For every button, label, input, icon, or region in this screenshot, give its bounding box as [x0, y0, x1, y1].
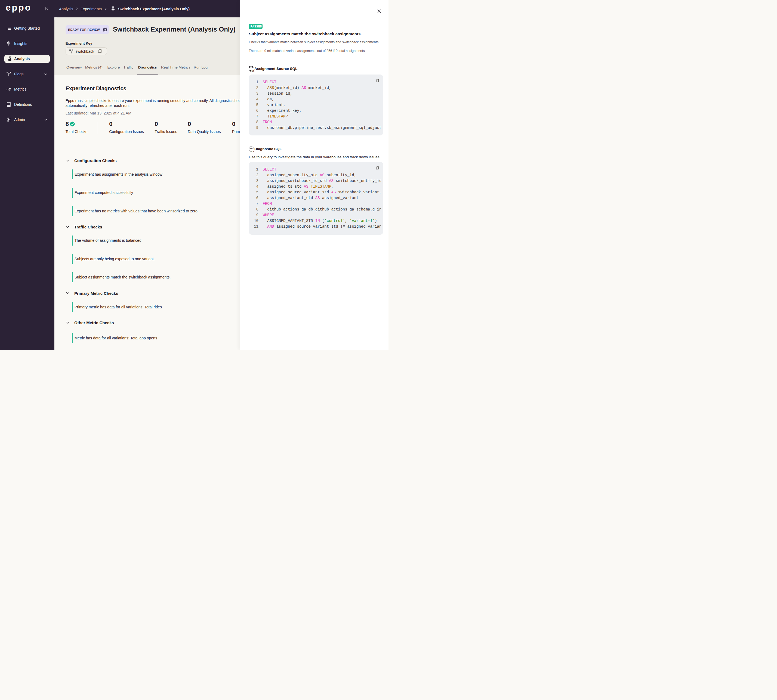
svg-text:SQL: SQL — [250, 150, 254, 152]
svg-text:SQL: SQL — [250, 70, 254, 72]
